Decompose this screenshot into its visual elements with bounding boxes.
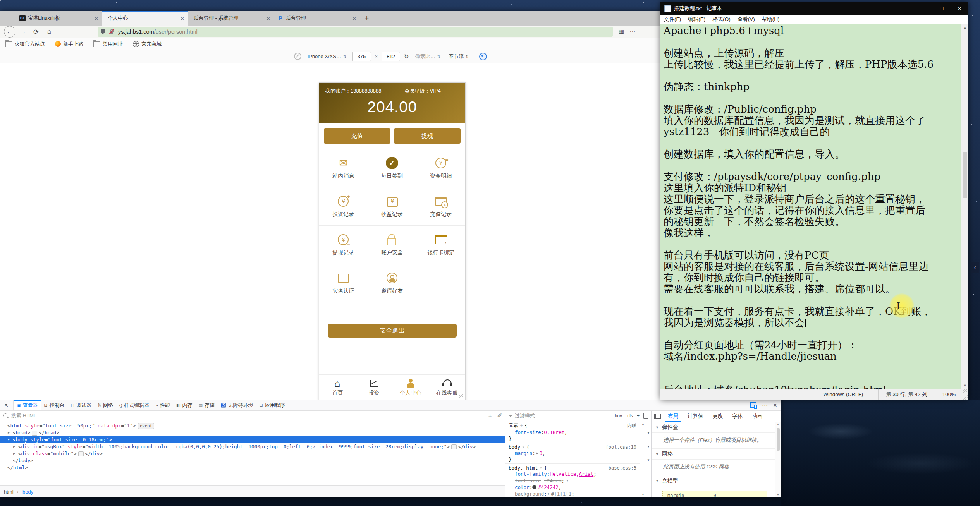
devtools-tab[interactable]: {} 样式编辑器 [116,400,152,410]
bottom-nav-item[interactable]: 首页 [319,375,356,400]
rotate-viewport-icon[interactable]: ↻ [404,53,409,60]
html-tree-row[interactable]: ▼ <body style="font-size: 0.18rem;"> [0,436,505,443]
new-tab-button[interactable]: + [360,11,373,26]
class-toggle[interactable]: .cls [626,413,633,419]
html-search[interactable]: 搜索 HTML + ✐ [0,411,505,421]
grid-item[interactable]: 资金明细 [416,149,465,187]
browser-tab[interactable]: P 后台管理 × [274,11,360,26]
breadcrumb-body[interactable]: body [19,489,37,495]
menu-item[interactable]: 格式(O) [709,16,734,23]
rule-source-link[interactable]: 内联 [627,422,636,429]
hover-toggle[interactable]: :hov [613,413,622,419]
rule-source-link[interactable]: foot.css:10 [606,444,636,450]
action-button[interactable]: 充值 [324,128,390,144]
devtools-tab[interactable]: ◔ 性能 [152,400,173,410]
browser-tab[interactable]: 后台管理 - 系统管理 × [188,11,274,26]
grid-item[interactable]: 账户安全 [368,226,417,264]
menu-item[interactable]: 帮助(H) [758,16,783,23]
devtools-menu-icon[interactable]: ⋯ [762,402,768,409]
devtools-tab[interactable]: ⊡ 控制台 [41,400,67,410]
breadcrumb-html[interactable]: html [0,489,17,495]
notepad-scrollbar[interactable]: ▲▼ [961,24,968,389]
expander-icon[interactable]: ▼ [8,436,13,443]
notepad-titlebar[interactable]: 搭建教程.txt - 记事本 – □ × [660,2,968,15]
bottom-nav-item[interactable]: 投资 [356,375,392,400]
color-swatch[interactable] [532,485,536,489]
home-button[interactable]: ⌂ [43,27,55,37]
grid-item[interactable]: 提现记录 [319,226,368,264]
browser-tab[interactable]: 个人中心 × [102,11,188,26]
print-sim-icon[interactable] [643,413,648,419]
grid-item[interactable]: 每日签到 [368,149,417,187]
css-property[interactable]: font-family: Helvetica, Arial; [509,471,636,477]
page-actions-icon[interactable]: ⋯ [629,28,635,35]
html-tree-row[interactable]: ▶ <head>…</head> [0,429,505,436]
scrollbar-thumb[interactable] [963,152,967,198]
sidebar-tab[interactable]: 更改 [708,411,728,422]
menu-item[interactable]: 编辑(E) [684,16,709,23]
add-node-icon[interactable]: + [488,412,492,419]
css-property[interactable]: color: #424242; [509,484,636,491]
devtools-close-icon[interactable]: × [773,401,777,409]
devtools-tab[interactable]: ⊞ 应用程序 [256,400,288,410]
viewport-height-input[interactable]: 812 [382,52,400,61]
html-tree-row[interactable]: ▶ <div id="msgBox" style="width: 100%;ba… [0,443,505,450]
sidebar-tab[interactable]: 计算值 [683,411,708,422]
notepad-text[interactable]: Apache+php5.6+mysql 创建站点，上传源码，解压 上传比较慢，我… [660,25,961,389]
touch-simulation-icon[interactable] [479,53,487,60]
responsive-mode-icon[interactable] [750,402,756,408]
bookmark-item[interactable]: 新手上路 [55,41,83,48]
devtools-tab[interactable]: ⇅ 网络 [95,400,116,410]
tab-close-icon[interactable]: × [352,15,357,22]
html-tree-row[interactable]: <html style="font-size: 50px;" data-dpr=… [0,422,505,429]
grid-item[interactable]: 实名认证 [319,264,368,302]
grid-item[interactable]: 充值记录 [416,187,465,226]
grid-item[interactable]: 收益记录 [368,187,417,226]
event-badge[interactable]: event [138,423,154,429]
tracking-shield-icon[interactable] [101,29,105,34]
sidebar-tab[interactable]: 字体 [728,411,748,422]
devtools-tab[interactable]: ▣ 查看器 [14,400,41,410]
insecure-padlock-icon[interactable] [109,29,114,34]
css-rule[interactable]: body, html ⌖ { base.css:3 font-fa [505,464,640,497]
viewport-resize-handle[interactable] [459,394,464,400]
css-property[interactable]: margin: ▶0; [509,450,636,456]
reload-button[interactable]: ⟳ [30,27,42,37]
css-rule[interactable]: 元素 ⌖ { 内联 font-size: 0.18rem; [505,421,640,443]
menu-item[interactable]: 文件(F) [660,16,684,23]
close-icon[interactable]: × [951,2,968,15]
grid-item[interactable]: 站内消息 [319,149,368,187]
bookmark-item[interactable]: 常用网址 [93,41,123,48]
action-button[interactable]: 提现 [394,128,461,144]
html-tree-row[interactable]: ▶ <div class="mobile">…</div> [0,450,505,457]
grid-item[interactable]: 邀请好友 [368,264,417,302]
edit-icon[interactable]: ✐ [497,412,502,419]
tab-close-icon[interactable]: × [180,15,185,22]
device-select[interactable]: iPhone X/XS… ⇅ [305,52,348,60]
bookmark-item[interactable]: 火狐官方站点 [5,41,45,48]
element-picker-icon[interactable]: ↖ [0,400,14,410]
rules-scrollbar[interactable]: ▲▼ [640,421,646,497]
notepad-editor[interactable]: Apache+php5.6+mysql 创建站点，上传源码，解压 上传比较慢，我… [660,24,968,389]
resize-grip[interactable] [963,389,968,400]
viewport-width-input[interactable]: 375 [352,52,371,61]
layout-scrollbar[interactable]: ▲▼ [775,422,781,497]
expander-icon[interactable]: ▶ [8,429,13,436]
flexbox-section-header[interactable]: ▼ 弹性盒 [652,422,781,433]
html-tree-row[interactable]: </html> [0,464,505,471]
sidebar-tab[interactable]: 布局 [663,411,683,422]
expander-icon[interactable]: ▶ [13,450,18,457]
maximize-icon[interactable]: □ [933,2,951,15]
throttling-select[interactable]: 不节流 ⇅ [446,52,471,61]
rule-expand-arrows[interactable]: ▼▼▼ [646,421,651,497]
tab-close-icon[interactable]: × [266,15,271,22]
sidebar-toggle-icon[interactable] [652,414,663,419]
highlight-target-icon[interactable]: ⌖ [540,465,542,470]
back-button[interactable]: ← [4,26,15,38]
rule-source-link[interactable]: base.css:3 [609,465,636,471]
highlights-icon[interactable]: ▦ [619,28,624,35]
devtools-tab[interactable]: ▤ 存储 [195,400,217,410]
expander-icon[interactable]: ▶ [13,443,18,450]
menu-item[interactable]: 查看(V) [734,16,758,23]
sidebar-tab[interactable]: 动画 [748,411,767,422]
